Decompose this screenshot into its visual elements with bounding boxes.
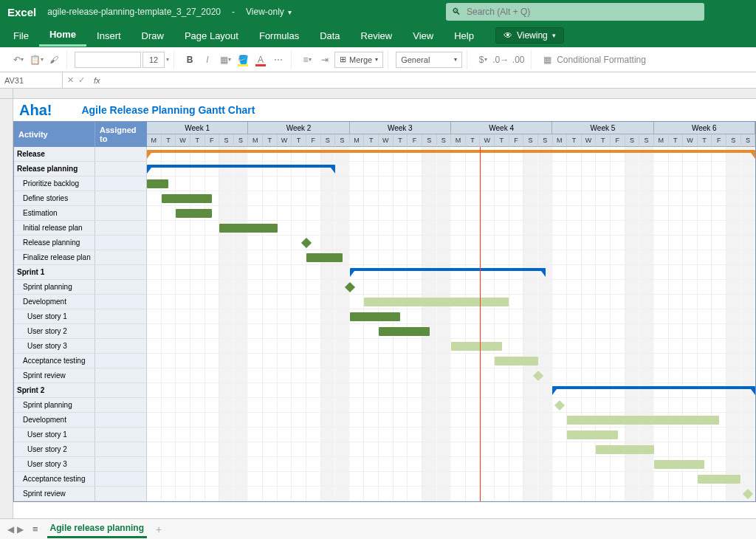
gantt-bar[interactable]: [379, 327, 430, 336]
gantt-milestone[interactable]: [533, 371, 543, 381]
search-input[interactable]: [467, 7, 698, 17]
assigned-cell[interactable]: [95, 472, 147, 486]
assigned-cell[interactable]: [95, 191, 147, 205]
gantt-bar[interactable]: [306, 253, 343, 262]
gantt-row[interactable]: User story 1: [14, 309, 147, 324]
gantt-row[interactable]: Finalize release plan: [14, 250, 147, 265]
gantt-row[interactable]: Acceptance testing: [14, 472, 147, 487]
font-selector[interactable]: [75, 52, 141, 68]
merge-dropdown[interactable]: ⊞Merge▾: [334, 52, 383, 68]
menu-draw[interactable]: Draw: [131, 26, 174, 46]
search-box[interactable]: 🔍︎: [446, 3, 704, 21]
gantt-bar[interactable]: [147, 150, 755, 156]
assigned-cell[interactable]: [95, 487, 147, 501]
assigned-cell[interactable]: [95, 162, 147, 176]
gantt-row[interactable]: Sprint 2: [14, 383, 147, 398]
assigned-cell[interactable]: [95, 309, 147, 323]
gantt-row[interactable]: Development: [14, 295, 147, 309]
gantt-row[interactable]: Initial release plan: [14, 221, 147, 236]
number-format-dropdown[interactable]: General▾: [396, 52, 462, 68]
wrap-text-button[interactable]: ⇥: [317, 52, 333, 68]
assigned-cell[interactable]: [95, 339, 147, 353]
tab-prev-icon[interactable]: ◀: [7, 524, 14, 535]
gantt-milestone[interactable]: [554, 400, 565, 411]
gantt-row[interactable]: Acceptance testing: [14, 354, 147, 368]
cancel-icon[interactable]: ✕: [67, 75, 74, 85]
all-sheets-icon[interactable]: ≡: [32, 523, 38, 535]
format-painter-button[interactable]: 🖌: [46, 52, 62, 68]
gantt-bar[interactable]: [567, 416, 719, 425]
sheet-tab-active[interactable]: Agile release planning: [47, 520, 147, 538]
gantt-row[interactable]: Sprint 1: [14, 265, 147, 280]
tab-next-icon[interactable]: ▶: [17, 524, 24, 535]
align-button[interactable]: ≡▾: [299, 52, 315, 68]
assigned-cell[interactable]: [95, 368, 147, 382]
assigned-cell[interactable]: [95, 221, 147, 235]
gantt-milestone[interactable]: [345, 282, 355, 292]
menu-review[interactable]: Review: [351, 26, 403, 46]
gantt-row[interactable]: User story 2: [14, 324, 147, 339]
menu-data[interactable]: Data: [309, 26, 350, 46]
gantt-row[interactable]: Release planning: [14, 236, 147, 250]
font-size-selector[interactable]: 12: [142, 52, 165, 68]
assigned-cell[interactable]: [95, 206, 147, 220]
assigned-cell[interactable]: [95, 324, 147, 338]
increase-decimal-button[interactable]: .00: [510, 52, 526, 68]
menu-view[interactable]: View: [402, 26, 444, 46]
gantt-bar[interactable]: [147, 165, 335, 171]
menu-formulas[interactable]: Formulas: [249, 26, 309, 46]
gantt-row[interactable]: User story 2: [14, 442, 147, 457]
fx-icon[interactable]: fx: [89, 76, 100, 85]
paste-button[interactable]: 📋▾: [28, 52, 44, 68]
formula-input[interactable]: [100, 75, 756, 86]
gantt-bar[interactable]: [567, 430, 618, 439]
italic-button[interactable]: I: [199, 52, 216, 68]
bold-button[interactable]: B: [182, 52, 198, 68]
borders-button[interactable]: ▦▾: [217, 52, 233, 68]
gantt-bar[interactable]: [552, 386, 755, 392]
gantt-bar[interactable]: [147, 179, 168, 188]
gantt-bar[interactable]: [698, 475, 741, 484]
assigned-cell[interactable]: [95, 442, 147, 456]
assigned-cell[interactable]: [95, 383, 147, 397]
gantt-milestone[interactable]: [301, 238, 312, 248]
gantt-row[interactable]: Define stories: [14, 191, 147, 206]
gantt-row[interactable]: Sprint review: [14, 368, 147, 383]
chevron-down-icon[interactable]: ▾: [166, 56, 169, 63]
enter-icon[interactable]: ✓: [78, 75, 85, 85]
row-headers[interactable]: [0, 99, 13, 527]
spreadsheet-area[interactable]: Aha! Agile Release Planning Gantt Chart …: [13, 99, 756, 527]
menu-home[interactable]: Home: [39, 24, 86, 47]
gantt-row[interactable]: Release planning: [14, 162, 147, 176]
gantt-bar[interactable]: [654, 460, 705, 469]
assigned-cell[interactable]: [95, 250, 147, 264]
assigned-cell[interactable]: [95, 280, 147, 294]
gantt-row[interactable]: Prioritize backlog: [14, 176, 147, 191]
gantt-row[interactable]: Sprint planning: [14, 280, 147, 295]
gantt-row[interactable]: User story 3: [14, 457, 147, 472]
more-icon[interactable]: ⋯: [270, 52, 286, 68]
assigned-cell[interactable]: [95, 176, 147, 190]
currency-button[interactable]: $▾: [475, 52, 491, 68]
assigned-cell[interactable]: [95, 236, 147, 250]
document-name[interactable]: agile-release-planning-template_3_27_202…: [47, 7, 221, 17]
gantt-bar[interactable]: [219, 224, 277, 233]
assigned-cell[interactable]: [95, 398, 147, 412]
gantt-row[interactable]: Development: [14, 413, 147, 428]
gantt-bar[interactable]: [350, 312, 401, 321]
chevron-down-icon[interactable]: ▾: [288, 8, 292, 16]
gantt-row[interactable]: Estimation: [14, 206, 147, 221]
gantt-bar[interactable]: [596, 445, 653, 454]
conditional-formatting-label[interactable]: Conditional Formatting: [557, 55, 646, 65]
assigned-cell[interactable]: [95, 147, 147, 161]
gantt-bar[interactable]: [451, 342, 502, 351]
conditional-formatting-icon[interactable]: ▦: [539, 52, 555, 68]
menu-file[interactable]: File: [3, 26, 39, 46]
gantt-row[interactable]: Sprint review: [14, 487, 147, 501]
gantt-row[interactable]: Sprint planning: [14, 398, 147, 413]
fill-color-button[interactable]: 🪣: [235, 52, 251, 68]
gantt-bar[interactable]: [162, 194, 213, 203]
gantt-bar[interactable]: [350, 268, 546, 274]
undo-button[interactable]: ↶▾: [10, 52, 27, 68]
gantt-bar[interactable]: [495, 357, 538, 365]
